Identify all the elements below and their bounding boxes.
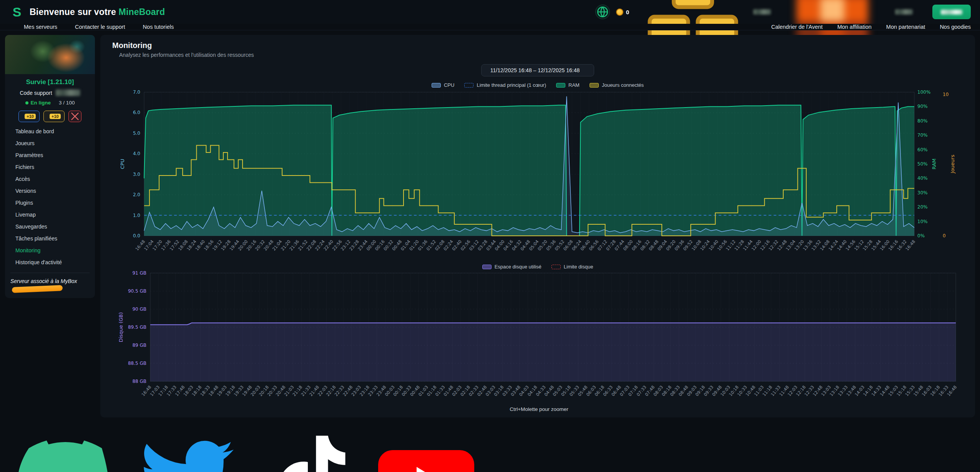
mineboard-page: S Bienvenue sur votre MineBoard 0 — [0, 0, 980, 472]
panel-header: Monitoring — [109, 41, 967, 50]
ram-tick-label: 30% — [917, 190, 928, 195]
ram-tick-label: 100% — [917, 89, 930, 95]
minestrator-logo[interactable]: S — [9, 4, 25, 20]
sidebar-item-parametres[interactable]: Paramètres — [5, 149, 95, 161]
ram-tick-label: 70% — [917, 132, 928, 138]
reward-badge: +10 — [25, 114, 36, 119]
date-range-picker[interactable]: 11/12/2025 16:48 – 12/12/2025 16:48 — [481, 64, 595, 76]
sidebar-item-sauvegardes[interactable]: Sauvegardes — [5, 220, 95, 232]
nav-right: Calendrier de l'Avent Mon affiliation Mo… — [768, 24, 971, 30]
sidebar-item-label: Accès — [15, 176, 30, 182]
x-tick-label: 16:48 — [905, 239, 916, 252]
monitoring-panel: Monitoring Analysez les performances et … — [100, 35, 975, 417]
top-header: S Bienvenue sur votre MineBoard 0 — [0, 0, 980, 24]
sidebar-item-label: Joueurs — [15, 140, 35, 146]
mybox-note: Serveur associé à la MyBox — [10, 278, 90, 284]
youtube-icon[interactable] — [369, 421, 484, 472]
nav-label: Nos goodies — [940, 24, 971, 30]
user-menu-button[interactable] — [932, 5, 971, 19]
sidebar-item-label: Livemap — [15, 212, 36, 218]
online-dot-icon — [25, 101, 28, 104]
legend-item[interactable]: Limite disque — [551, 264, 593, 270]
ram-tick-label: 0% — [917, 233, 925, 238]
server-status-row: En ligne 3 / 100 — [5, 100, 95, 106]
disk-axis-title: Disque (GB) — [118, 312, 124, 342]
ram-tick-label: 40% — [917, 176, 928, 181]
legend-swatch — [464, 83, 473, 88]
page-title: Bienvenue sur votre MineBoard — [30, 7, 165, 17]
performance-legend: CPULimite thread principal (1 cœur)RAMJo… — [109, 82, 967, 88]
kill-server-button[interactable] — [68, 111, 81, 122]
legend-label: RAM — [568, 82, 580, 88]
nav-tutoriels[interactable]: Nos tutoriels — [140, 24, 174, 30]
sidebar-item-tableau-de-bord[interactable]: Tableau de bord — [5, 125, 95, 137]
legend-label: Espace disque utilisé — [495, 264, 541, 270]
sidebar-item-historique[interactable]: Historique d'activité — [5, 256, 95, 268]
discord-icon[interactable] — [8, 421, 123, 472]
sidebar-item-label: Fichiers — [15, 164, 34, 170]
disk-tick-label: 90 GB — [132, 306, 146, 312]
nav-label: Mon affiliation — [837, 24, 872, 30]
legend-item[interactable]: Limite thread principal (1 cœur) — [464, 82, 546, 88]
cpu-tick-label: 6.0 — [133, 110, 140, 115]
x-tick-label: 16:48 — [946, 385, 958, 397]
zoom-tip: Ctrl+Molette pour zoomer — [109, 406, 967, 412]
cpu-tick-label: 5.0 — [133, 131, 140, 136]
tiktok-icon[interactable] — [248, 421, 364, 472]
nav-label: Contacter le support — [75, 24, 125, 30]
restart-server-button[interactable]: +10 — [18, 111, 40, 122]
players-count-label: 3 / 100 — [59, 100, 75, 106]
sidebar-item-versions[interactable]: Versions — [5, 185, 95, 197]
ram-tick-label: 80% — [917, 118, 928, 124]
disk-legend: Espace disque utiliséLimite disque — [109, 264, 967, 270]
performance-chart[interactable]: 7.06.05.04.03.02.01.00.0100%90%80%70%60%… — [115, 89, 960, 258]
legend-item[interactable]: Espace disque utilisé — [482, 264, 541, 270]
cpu-axis-title: CPU — [120, 159, 125, 169]
legend-item[interactable]: CPU — [432, 82, 454, 88]
sidebar-item-label: Plugins — [15, 200, 33, 206]
sidebar-item-plugins[interactable]: Plugins — [5, 197, 95, 209]
nav-affiliation[interactable]: Mon affiliation — [834, 24, 872, 30]
sidebar-item-label: Monitoring — [15, 247, 40, 253]
nav-partenariat[interactable]: Mon partenariat — [883, 24, 925, 30]
sidebar-item-taches-planifiees[interactable]: Tâches planifiées — [5, 232, 95, 244]
sidebar-item-fichiers[interactable]: Fichiers — [5, 161, 95, 173]
nav-mes-serveurs[interactable]: Mes serveurs — [21, 24, 60, 30]
legend-item[interactable]: Joueurs connectés — [590, 82, 644, 88]
disk-tick-label: 88.5 GB — [128, 361, 146, 366]
globe-icon — [595, 5, 610, 19]
zoom-tip-label: Ctrl+Molette pour zoomer — [510, 406, 568, 412]
language-globe-button[interactable] — [595, 5, 610, 19]
twitter-icon[interactable] — [128, 421, 243, 472]
disk-tick-label: 91 GB — [132, 271, 146, 276]
censored-support-code[interactable] — [56, 89, 80, 96]
disk-chart[interactable]: 91 GB90.5 GB90 GB89.5 GB89 GB88.5 GB88 G… — [115, 271, 960, 403]
nav-goodies[interactable]: Nos goodies — [937, 24, 971, 30]
sidebar-item-monitoring[interactable]: Monitoring — [5, 244, 95, 256]
sidebar-item-acces[interactable]: Accès — [5, 173, 95, 185]
nav-contacter-support[interactable]: Contacter le support — [72, 24, 128, 30]
coin-icon — [616, 8, 623, 16]
server-actions: +10 +10 — [5, 111, 95, 122]
ram-tick-label: 50% — [917, 161, 928, 167]
coin-count: 0 — [626, 9, 629, 15]
legend-item[interactable]: RAM — [556, 82, 580, 88]
players-tick-label: 0 — [943, 233, 946, 238]
sidebar-item-label: Tâches planifiées — [15, 235, 57, 242]
coins-balance[interactable]: 0 — [616, 8, 629, 16]
legend-label: CPU — [444, 82, 454, 88]
brand-name: MineBoard — [119, 7, 165, 17]
sidebar-item-label: Paramètres — [15, 152, 43, 158]
disk-tick-label: 88 GB — [132, 379, 146, 384]
stop-server-button[interactable]: +10 — [43, 111, 65, 122]
social-links — [8, 421, 484, 472]
nav-label: Calendrier de l'Avent — [771, 24, 823, 30]
nav-calendrier-avent[interactable]: Calendrier de l'Avent — [768, 24, 823, 30]
main-navbar: Mes serveurs Contacter le support Nos tu… — [0, 24, 980, 30]
disk-tick-label: 89 GB — [132, 343, 146, 348]
sidebar-menu: Tableau de bord Joueurs Paramètres Fichi… — [5, 125, 95, 268]
legend-swatch — [482, 265, 492, 269]
sidebar-item-livemap[interactable]: Livemap — [5, 209, 95, 220]
cpu-tick-label: 7.0 — [133, 89, 140, 95]
sidebar-item-joueurs[interactable]: Joueurs — [5, 137, 95, 149]
